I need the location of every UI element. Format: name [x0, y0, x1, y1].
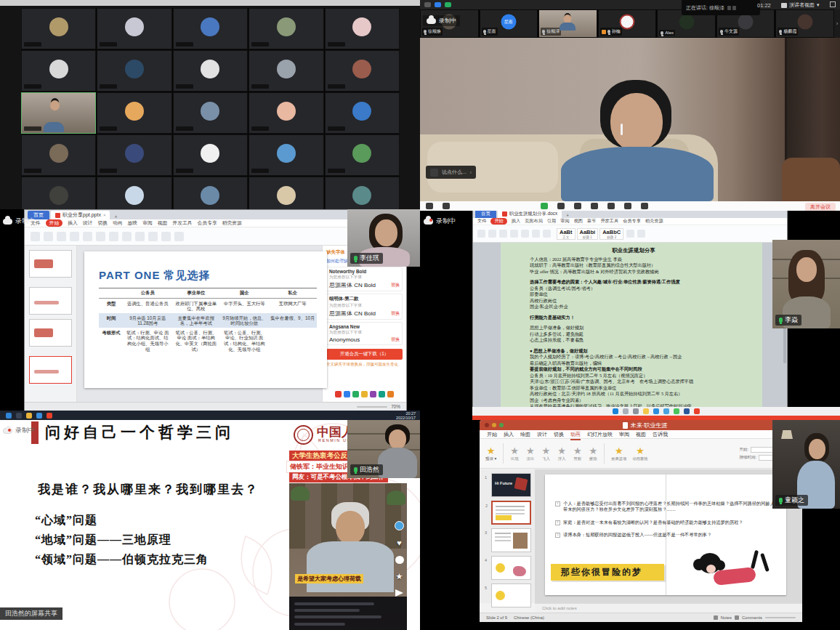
participant-tile[interactable]	[97, 8, 171, 49]
menu-item[interactable]: 插入	[512, 218, 520, 225]
profile-avatar-icon[interactable]	[395, 521, 404, 530]
participant-tile[interactable]	[325, 8, 400, 49]
start-icon[interactable]	[6, 413, 12, 419]
menu-item[interactable]: 引用	[547, 218, 556, 225]
participant-tile[interactable]	[249, 177, 323, 209]
slide-thumbnail[interactable]: 5	[491, 583, 531, 607]
menu-item[interactable]: 放映	[128, 219, 138, 227]
document-tab[interactable]: 职业分享ppt.pptx ×	[51, 211, 110, 219]
animation-preset[interactable]: ★ 浮入	[557, 446, 566, 461]
style-chip[interactable]: AaBbC 标题 2	[599, 228, 623, 240]
comment-icon[interactable]	[395, 556, 404, 564]
menu-item[interactable]: 审阅	[560, 218, 569, 225]
preset-button[interactable]: ★ 预设 ▾	[485, 446, 496, 461]
wps-icon[interactable]	[694, 408, 700, 414]
menu-item[interactable]: 开始	[46, 219, 63, 227]
menu-item[interactable]: 文件	[477, 218, 486, 225]
presenter-video[interactable]: 李焱	[772, 240, 840, 328]
comments-icon[interactable]	[735, 615, 739, 620]
signal-icon[interactable]	[445, 2, 451, 7]
participant-tile[interactable]	[249, 8, 323, 49]
participant-tile[interactable]	[21, 177, 96, 209]
edge-icon[interactable]	[653, 408, 659, 414]
participant-tile[interactable]	[325, 177, 400, 209]
replace-button[interactable]: 替换	[391, 282, 400, 288]
style-chip[interactable]: AaBt 正文	[557, 228, 576, 240]
participant-tile[interactable]	[21, 8, 96, 49]
menu-item[interactable]: 开发工具	[172, 219, 192, 227]
animation-preset[interactable]: ★ 飞入	[542, 446, 551, 461]
participant-tile[interactable]	[97, 92, 171, 134]
menu-item[interactable]: 动画	[113, 219, 123, 227]
word-icon[interactable]	[684, 408, 690, 414]
mic-muted-icon[interactable]	[426, 203, 433, 209]
ribbon-tab[interactable]: 开始	[487, 430, 497, 439]
wechat-icon[interactable]	[674, 408, 679, 414]
filmstrip-tile[interactable]: 徐顺泽	[538, 9, 597, 38]
zoom-slider[interactable]	[357, 406, 387, 408]
participant-tile[interactable]	[325, 134, 400, 176]
chat-icon[interactable]	[574, 203, 581, 209]
menu-item[interactable]: 视图	[158, 219, 168, 227]
paste-button[interactable]	[477, 230, 485, 238]
participant-tile[interactable]	[173, 134, 248, 176]
favorite-icon[interactable]: ★	[396, 573, 403, 581]
animation-tool-button[interactable]: ★ 效果选项	[611, 446, 626, 461]
explorer-icon[interactable]	[643, 408, 649, 414]
participant-tile[interactable]	[21, 134, 96, 176]
minimize-window-icon[interactable]	[492, 423, 496, 427]
filmstrip-tile[interactable]: 星雨 星雨	[480, 9, 538, 38]
document-tab[interactable]: 职业生涯规划分享.docx	[498, 210, 562, 218]
fill-button[interactable]	[148, 232, 158, 241]
style-chip[interactable]: AaBbi 标题 1	[577, 228, 599, 240]
current-slide[interactable]: PART ONE 常见选择 公务员事业单位国企私企	[84, 251, 327, 388]
participant-tile[interactable]	[21, 92, 96, 134]
menu-item[interactable]: 稻壳资源	[645, 218, 663, 225]
share-screen-icon[interactable]	[541, 203, 548, 209]
slide-thumbnail[interactable]	[29, 287, 72, 315]
bold-button[interactable]	[499, 230, 507, 238]
zoom-slider[interactable]	[765, 617, 796, 618]
slide-thumbnail[interactable]: 3	[491, 528, 531, 552]
info-icon[interactable]	[424, 2, 431, 7]
align-button[interactable]	[521, 230, 529, 238]
collapse-icon[interactable]: ‹	[470, 170, 472, 175]
font-button[interactable]	[488, 230, 496, 238]
active-speaker-video[interactable]	[420, 38, 840, 201]
shape-button[interactable]	[135, 232, 145, 241]
menu-item[interactable]: 章节	[587, 218, 596, 225]
participant-tile[interactable]	[325, 92, 400, 134]
select-button[interactable]	[637, 230, 645, 238]
download-fonts-button[interactable]: 开通会员一键下载（1）	[326, 349, 403, 360]
replace-button[interactable]: 替换	[391, 336, 400, 343]
menu-item[interactable]: 视图	[574, 218, 583, 225]
menu-item[interactable]: 稻壳资源	[222, 219, 242, 227]
presenter-video[interactable]: 田浩然	[347, 420, 420, 478]
view-mode-button[interactable]: 演讲者视图 ▾	[781, 1, 820, 9]
participant-tile[interactable]	[325, 50, 400, 92]
presenter-video[interactable]: 李佳琪	[347, 209, 420, 267]
slide-thumbnail-selected[interactable]: 2	[491, 501, 531, 525]
current-slide[interactable]: 1 个人：是否能够忍受付出而看不到回报的心理落差？长期持续同一件事的乏味枯燥？选…	[545, 474, 786, 595]
find-button[interactable]	[626, 230, 634, 238]
new-slide-button[interactable]	[57, 232, 66, 241]
apps-icon[interactable]	[624, 203, 631, 209]
menu-item[interactable]: 页面布局	[525, 218, 543, 225]
browser-icon[interactable]	[36, 413, 42, 419]
ribbon-tab[interactable]: 幻灯片放映	[587, 430, 613, 439]
embedded-short-video[interactable]: 是希望大家考虑心理荷载 ♥★	[289, 483, 407, 630]
filmstrip-next-arrow[interactable]: ›	[834, 9, 840, 38]
comments-button[interactable]: Comments	[742, 615, 762, 620]
maximize-window-icon[interactable]	[499, 423, 504, 427]
menu-item[interactable]: 会员专享	[198, 219, 217, 227]
participant-tile[interactable]	[97, 50, 171, 92]
participant-tile[interactable]	[21, 50, 96, 92]
participant-tile[interactable]	[173, 50, 248, 92]
format-painter-button[interactable]	[44, 232, 53, 241]
participant-tile[interactable]	[173, 92, 248, 134]
slide-thumbnail[interactable]	[29, 250, 72, 278]
ribbon-tab[interactable]: 告诉我	[653, 430, 668, 439]
language-indicator[interactable]: Chinese (China)	[514, 615, 544, 620]
arrange-button[interactable]	[161, 232, 171, 241]
taskview-icon[interactable]	[633, 408, 639, 414]
